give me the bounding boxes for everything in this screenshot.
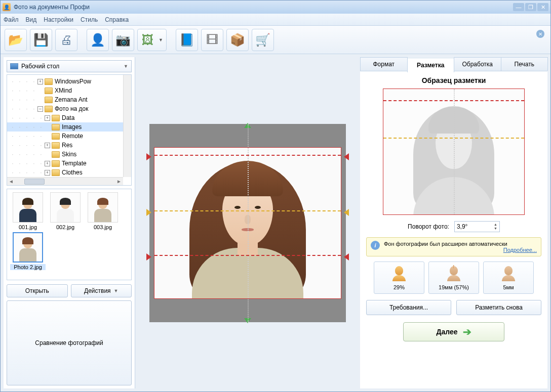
tree-node[interactable]: ·····Remote (7, 132, 131, 141)
tree-node[interactable]: ·····+Template (7, 159, 131, 168)
compare-photos-button[interactable]: Сравнение фотографий (7, 300, 132, 386)
tab-format[interactable]: Формат (360, 57, 408, 71)
thumbnail-name: 002.jpg (48, 224, 83, 230)
rotate-value: 3,9° (457, 223, 494, 230)
thumbnail-image (88, 192, 118, 223)
tree-node[interactable]: ····–Фото на док (7, 104, 131, 113)
info-icon: i (371, 241, 380, 250)
video-button[interactable]: 🎞 (201, 29, 223, 51)
head-width-icon (502, 266, 515, 281)
open-button[interactable]: Открыть (7, 284, 68, 297)
maximize-button[interactable]: ❐ (525, 3, 536, 11)
expand-icon[interactable]: + (45, 143, 50, 148)
markup-sample (383, 89, 525, 215)
expand-icon[interactable]: + (45, 170, 50, 176)
arrow-right-icon: ➔ (463, 326, 471, 338)
thumbnail-item[interactable]: 002.jpg (48, 192, 83, 230)
expand-icon[interactable]: + (37, 79, 43, 84)
tab-print[interactable]: Печать (501, 57, 548, 71)
title-bar[interactable]: 👤 Фото на документы Профи — ❐ ✕ (1, 1, 550, 14)
remark-button[interactable]: Разметить снова (456, 300, 541, 315)
left-marker-yellow[interactable] (146, 209, 151, 216)
thumbnail-item[interactable]: 001.jpg (10, 192, 46, 230)
requirements-button[interactable]: Требования... (366, 300, 451, 315)
expand-icon[interactable]: – (37, 106, 43, 112)
cart-button[interactable]: 🛒 (252, 29, 274, 51)
folder-icon (45, 88, 53, 94)
metric-head-height[interactable]: 29% (374, 262, 424, 294)
tree-node[interactable]: ····Zemana Ant (7, 95, 131, 104)
camera-button[interactable]: 📷 (112, 29, 134, 51)
package-button[interactable]: 📦 (226, 29, 249, 51)
tree-label: Remote (62, 133, 83, 140)
thumbnail-item[interactable]: Photo 2.jpg (10, 232, 46, 270)
tree-label: Clothes (62, 169, 83, 176)
sample-head-top-guide (383, 100, 524, 101)
right-marker-red-top[interactable] (344, 153, 349, 160)
rotate-spinner[interactable]: 3,9° ▲▼ (454, 221, 500, 232)
image-dropdown-button[interactable]: 🖼▼ (137, 29, 167, 51)
open-button[interactable]: 📂 (5, 29, 27, 51)
info-more-link[interactable]: Подробнее... (384, 247, 537, 253)
photo-crop-area[interactable] (154, 147, 341, 299)
menu-view[interactable]: Вид (26, 16, 37, 23)
next-button[interactable]: Далее ➔ (403, 322, 504, 341)
expand-icon[interactable]: + (45, 115, 50, 121)
expand-icon[interactable]: + (45, 161, 50, 166)
window-title: Фото на документы Профи (14, 4, 90, 11)
tree-node[interactable]: ·····+Clothes (7, 168, 131, 177)
tree-node[interactable]: ·····+Data (7, 113, 131, 122)
actions-dropdown[interactable]: Действия▼ (71, 284, 132, 297)
minimize-button[interactable]: — (513, 3, 524, 11)
save-button[interactable]: 💾 (30, 29, 52, 51)
tree-scrollbar-h[interactable]: ◄► (7, 177, 123, 185)
toolbar: 📂 💾 🖨 👤 📷 🖼▼ 📘 🎞 📦 🛒 ✕ (1, 26, 550, 54)
tab-processing[interactable]: Обработка (454, 57, 501, 71)
tree-node[interactable]: ·····+Res (7, 141, 131, 150)
chin-guide[interactable] (154, 255, 341, 256)
action-row: Требования... Разметить снова (366, 300, 541, 315)
tree-node[interactable]: ····XMind (7, 86, 131, 95)
left-marker-red-bottom[interactable] (146, 253, 151, 260)
menu-settings[interactable]: Настройки (44, 16, 73, 23)
right-marker-red-bottom[interactable] (344, 253, 349, 260)
right-marker-yellow[interactable] (344, 209, 349, 216)
editor-canvas-area (135, 54, 360, 391)
tree-node[interactable]: ····+WindowsPow (7, 77, 131, 86)
chevron-down-icon: ▼ (159, 37, 163, 42)
thumbnail-image (13, 232, 43, 263)
tree-label: WindowsPow (55, 78, 91, 85)
tab-markup[interactable]: Разметка (407, 58, 455, 72)
folder-icon (45, 106, 53, 112)
thumbnail-name: 001.jpg (10, 224, 46, 230)
markup-tab-body: Образец разметки Поворот фото: 3,9° ▲▼ (360, 71, 547, 388)
toolbar-close-icon[interactable]: ✕ (536, 30, 544, 38)
print-button[interactable]: 🖨 (55, 29, 77, 51)
spinner-arrows[interactable]: ▲▼ (494, 223, 497, 231)
menu-file[interactable]: Файл (4, 16, 19, 23)
tab-bar: Формат Разметка Обработка Печать (360, 57, 547, 71)
tree-scrollbar-v[interactable] (123, 75, 131, 177)
help-button[interactable]: 📘 (176, 29, 198, 51)
chevron-down-icon: ▼ (114, 288, 119, 293)
tree-label: Data (62, 114, 74, 121)
chevron-down-icon: ▼ (124, 64, 128, 69)
profile-button[interactable]: 👤 (87, 29, 109, 51)
tree-node[interactable]: ·····Images (7, 122, 131, 132)
location-combo[interactable]: Рабочий стол ▼ (7, 60, 132, 72)
thumbnail-item[interactable]: 003.jpg (85, 192, 121, 230)
folder-icon (45, 97, 53, 103)
menu-style[interactable]: Стиль (81, 16, 98, 23)
thumbnail-image (13, 192, 43, 223)
thumbnail-name: Photo 2.jpg (10, 264, 46, 270)
left-marker-red-top[interactable] (146, 153, 151, 160)
eye-line-guide[interactable] (154, 210, 341, 211)
menu-help[interactable]: Справка (105, 16, 129, 23)
head-top-guide[interactable] (154, 155, 341, 156)
sample-vertical-guide (454, 89, 455, 214)
metric-top-margin[interactable]: ↑ 19мм (57%) (428, 262, 479, 294)
tree-node[interactable]: ·····Skins (7, 150, 131, 159)
app-icon: 👤 (3, 3, 11, 11)
close-button[interactable]: ✕ (537, 3, 548, 11)
metric-face-width[interactable]: 5мм (483, 262, 534, 294)
